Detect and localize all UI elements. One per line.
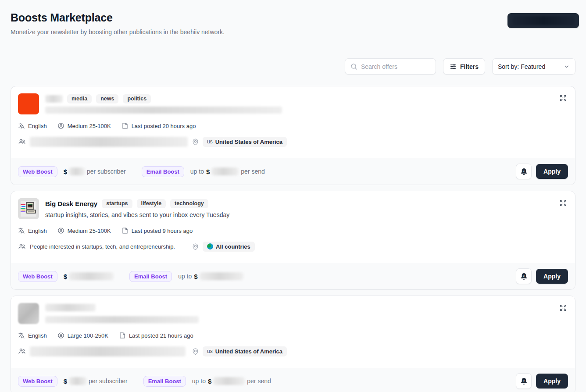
redacted-text: [512, 16, 575, 25]
country-name: All countries: [216, 243, 250, 250]
expand-icon: [559, 94, 567, 102]
country-name: United States of America: [215, 139, 282, 145]
tag: startups: [102, 199, 132, 208]
language-label: English: [28, 123, 47, 129]
offer-footer: Web Boost $ Email Boost up to $ z Apply: [11, 263, 575, 289]
map-pin-icon: [192, 138, 199, 146]
last-posted-label: Last posted 20 hours ago: [132, 123, 196, 129]
country-badge: us United States of America: [203, 137, 287, 147]
bell-snooze-button[interactable]: z: [516, 164, 532, 179]
flag-us: us: [207, 348, 213, 354]
search-input[interactable]: [361, 63, 430, 70]
email-boost-badge: Email Boost: [143, 376, 186, 387]
offer-card: media news politics English Medium: [11, 86, 575, 185]
publication-avatar: [18, 93, 39, 114]
globe-icon: [207, 243, 213, 249]
redacted-audience: [30, 137, 188, 147]
email-boost-badge: Email Boost: [129, 271, 172, 282]
location: All countries: [192, 242, 255, 252]
tag: media: [67, 94, 92, 103]
redacted-description: [45, 107, 282, 114]
language-meta: English: [18, 122, 47, 129]
apply-button[interactable]: Apply: [536, 269, 568, 284]
publication-avatar: [18, 303, 39, 324]
document-icon: [121, 122, 129, 129]
audience-size-meta: Medium 25-100K: [57, 227, 111, 234]
last-posted-meta: Last posted 9 hours ago: [121, 227, 193, 234]
page-title: Boosts Marketplace: [11, 11, 575, 24]
filters-label: Filters: [460, 63, 479, 70]
redacted-price: [213, 377, 245, 385]
audience-size-meta: Large 100-250K: [57, 332, 108, 339]
redacted-description: [45, 316, 199, 323]
user-circle-icon: [57, 122, 64, 129]
price-unit: per send: [241, 168, 264, 175]
audience-size-meta: Medium 25-100K: [57, 122, 111, 129]
offers-list: media news politics English Medium: [11, 86, 575, 392]
offer-card: Big Desk Energy startups lifestyle techn…: [11, 191, 575, 290]
document-icon: [121, 227, 129, 234]
publication-avatar: [18, 198, 39, 219]
language-meta: English: [18, 332, 47, 339]
expand-icon: [559, 199, 567, 207]
web-boost-badge: Web Boost: [18, 271, 57, 282]
search-icon: [350, 63, 357, 70]
bell-snooze-button[interactable]: z: [516, 373, 532, 389]
toolbar: Filters Sort by: Featured: [11, 58, 575, 75]
tag: news: [96, 94, 118, 103]
chevron-down-icon: [564, 64, 570, 70]
last-posted-meta: Last posted 21 hours ago: [119, 332, 193, 339]
audience-size-label: Medium 25-100K: [68, 123, 111, 129]
expand-icon: [559, 304, 567, 312]
map-pin-icon: [192, 243, 199, 250]
web-boost-badge: Web Boost: [18, 166, 57, 177]
users-icon: [18, 347, 26, 355]
redacted-price: [69, 167, 85, 175]
language-label: English: [28, 228, 47, 234]
expand-button[interactable]: [557, 197, 569, 209]
account-button[interactable]: [507, 13, 579, 28]
email-boost-badge: Email Boost: [142, 166, 184, 177]
last-posted-label: Last posted 9 hours ago: [132, 228, 193, 234]
tag: technology: [170, 199, 208, 208]
user-circle-icon: [57, 332, 64, 339]
currency-sign: $: [64, 378, 67, 385]
redacted-audience: [30, 346, 186, 356]
filters-button[interactable]: Filters: [443, 58, 485, 75]
country-name: United States of America: [215, 348, 282, 355]
currency-sign: $: [208, 378, 211, 385]
redacted-publication-name: [45, 95, 63, 103]
language-meta: English: [18, 227, 47, 234]
svg-text:z: z: [523, 379, 525, 381]
language-icon: [18, 332, 25, 339]
audience-size-label: Large 100-250K: [68, 332, 108, 339]
sort-selected-label: Sort by: Featured: [498, 63, 545, 70]
bell-snooze-button[interactable]: z: [516, 268, 532, 284]
bell-snooze-icon: z: [520, 377, 528, 385]
location: us United States of America: [192, 137, 287, 147]
apply-button[interactable]: Apply: [536, 164, 568, 179]
web-boost-badge: Web Boost: [18, 376, 57, 387]
apply-button[interactable]: Apply: [536, 374, 568, 388]
last-posted-label: Last posted 21 hours ago: [129, 332, 193, 339]
language-icon: [18, 122, 25, 129]
user-circle-icon: [57, 227, 64, 234]
expand-button[interactable]: [557, 93, 569, 104]
currency-sign: $: [194, 273, 197, 280]
currency-sign: $: [206, 168, 210, 175]
flag-us: us: [207, 139, 213, 145]
language-label: English: [28, 332, 47, 339]
redacted-price: [200, 272, 243, 280]
redacted-price: [211, 167, 239, 175]
offer-card: English Large 100-250K Last posted 21 ho…: [11, 296, 575, 392]
price-unit: per send: [247, 378, 271, 385]
publication-name: Big Desk Energy: [45, 200, 97, 207]
expand-button[interactable]: [557, 302, 569, 314]
search-box: [345, 58, 436, 75]
up-to-label: up to: [192, 378, 206, 385]
sort-dropdown[interactable]: Sort by: Featured: [492, 58, 575, 75]
users-icon: [18, 242, 26, 250]
language-icon: [18, 227, 25, 234]
retro-computer-art: [18, 198, 39, 219]
location: us United States of America: [192, 346, 287, 356]
